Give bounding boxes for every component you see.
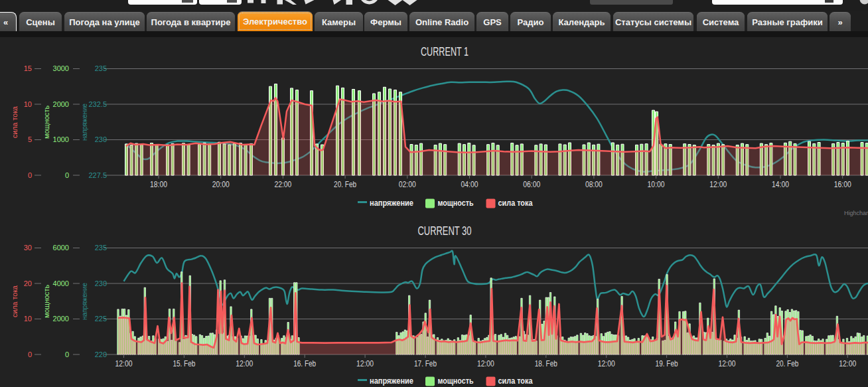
svg-text:мощность: мощность xyxy=(438,376,474,386)
svg-text:08:00: 08:00 xyxy=(585,180,603,189)
svg-text:10: 10 xyxy=(24,315,32,323)
svg-text:CURRENT 30: CURRENT 30 xyxy=(418,224,472,238)
svg-text:1000: 1000 xyxy=(53,135,69,143)
svg-text:4000: 4000 xyxy=(53,279,69,287)
svg-text:напряжение: напряжение xyxy=(370,376,413,386)
svg-text:17. Feb: 17. Feb xyxy=(414,359,437,368)
svg-text:230: 230 xyxy=(95,279,107,287)
svg-text:мощность: мощность xyxy=(42,285,50,318)
svg-text:12:00: 12:00 xyxy=(839,359,856,368)
svg-text:230: 230 xyxy=(95,135,107,143)
svg-text:16. Feb: 16. Feb xyxy=(293,359,316,368)
svg-text:227.5: 227.5 xyxy=(88,171,107,179)
svg-text:12:00: 12:00 xyxy=(719,359,736,368)
svg-text:15. Feb: 15. Feb xyxy=(173,359,195,368)
svg-text:06:00: 06:00 xyxy=(523,180,540,189)
svg-text:2000: 2000 xyxy=(53,315,69,323)
svg-text:16:00: 16:00 xyxy=(834,180,851,189)
svg-text:30: 30 xyxy=(24,244,32,252)
svg-text:напряжение: напряжение xyxy=(370,198,413,208)
svg-text:CURRENT 1: CURRENT 1 xyxy=(421,45,469,58)
svg-text:18. Feb: 18. Feb xyxy=(535,359,557,368)
svg-text:сила тока: сила тока xyxy=(498,198,533,208)
svg-text:3000: 3000 xyxy=(53,64,69,72)
svg-text:20:00: 20:00 xyxy=(212,180,230,189)
svg-text:12:00: 12:00 xyxy=(236,359,253,368)
svg-text:18:00: 18:00 xyxy=(150,180,167,189)
svg-text:14:00: 14:00 xyxy=(772,180,789,189)
svg-text:5: 5 xyxy=(28,135,32,143)
svg-text:напряжение: напряжение xyxy=(80,283,88,320)
svg-text:15: 15 xyxy=(24,64,32,72)
svg-text:02:00: 02:00 xyxy=(399,180,416,189)
svg-text:220: 220 xyxy=(95,350,107,358)
svg-text:0: 0 xyxy=(28,350,32,358)
svg-text:235: 235 xyxy=(95,64,107,72)
svg-text:12:00: 12:00 xyxy=(477,359,494,368)
svg-text:12:00: 12:00 xyxy=(598,359,615,368)
svg-text:Highcharts.com: Highcharts.com xyxy=(844,210,868,216)
svg-text:19. Feb: 19. Feb xyxy=(656,359,678,368)
svg-text:12:00: 12:00 xyxy=(709,180,727,189)
svg-text:20. Feb: 20. Feb xyxy=(776,359,798,368)
svg-text:6000: 6000 xyxy=(53,244,69,252)
svg-text:сила тока: сила тока xyxy=(11,285,19,317)
svg-text:12:00: 12:00 xyxy=(356,359,374,368)
svg-text:10: 10 xyxy=(24,100,32,108)
svg-text:сила тока: сила тока xyxy=(498,376,533,386)
svg-text:20: 20 xyxy=(24,279,32,287)
svg-text:20. Feb: 20. Feb xyxy=(334,180,356,189)
svg-text:0: 0 xyxy=(65,350,69,358)
svg-text:225: 225 xyxy=(95,315,107,323)
svg-text:сила тока: сила тока xyxy=(11,106,19,138)
svg-text:0: 0 xyxy=(65,171,69,179)
svg-text:10:00: 10:00 xyxy=(648,180,665,189)
svg-text:12:00: 12:00 xyxy=(115,359,133,368)
svg-text:напряжение: напряжение xyxy=(80,104,88,141)
svg-text:235: 235 xyxy=(95,244,107,252)
svg-text:0: 0 xyxy=(28,171,32,179)
svg-text:мощность: мощность xyxy=(438,198,474,208)
svg-text:04:00: 04:00 xyxy=(461,180,478,189)
svg-text:мощность: мощность xyxy=(42,106,50,139)
svg-text:2000: 2000 xyxy=(53,100,69,108)
svg-text:232.5: 232.5 xyxy=(88,100,107,108)
svg-text:22:00: 22:00 xyxy=(274,180,291,189)
